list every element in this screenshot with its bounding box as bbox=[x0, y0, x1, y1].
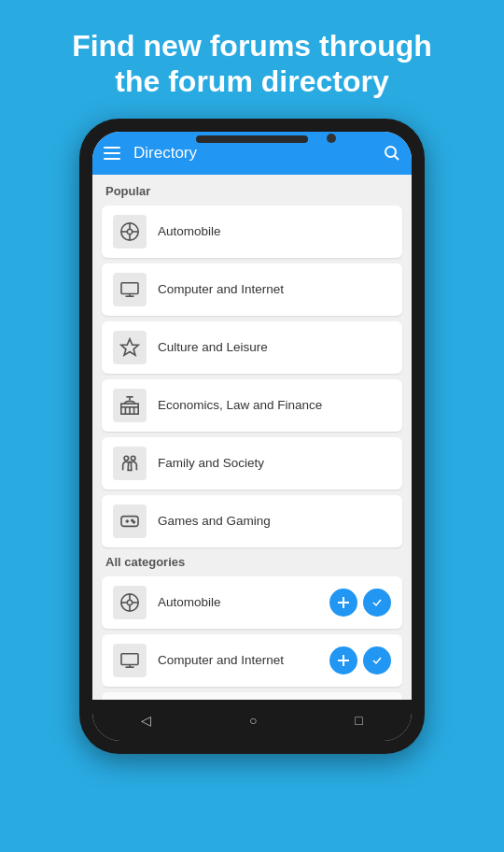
popular-family[interactable]: Family and Society bbox=[102, 437, 402, 490]
all-computer[interactable]: Computer and Internet bbox=[102, 634, 402, 687]
popular-computer[interactable]: Computer and Internet bbox=[102, 263, 402, 316]
automobile-action-2[interactable] bbox=[363, 589, 391, 617]
svg-rect-36 bbox=[338, 602, 349, 604]
svg-rect-1 bbox=[104, 152, 120, 154]
family-label: Family and Society bbox=[158, 456, 264, 470]
svg-rect-24 bbox=[121, 516, 138, 526]
popular-games[interactable]: Games and Gaming bbox=[102, 495, 402, 547]
back-button[interactable]: ◁ bbox=[122, 705, 170, 735]
all-categories-label: All categories bbox=[102, 555, 402, 569]
menu-icon[interactable] bbox=[104, 147, 120, 160]
svg-point-6 bbox=[127, 229, 133, 234]
search-icon[interactable] bbox=[384, 145, 400, 162]
phone-speaker bbox=[196, 135, 308, 143]
automobile-action-1[interactable] bbox=[329, 589, 357, 617]
all-computer-label: Computer and Internet bbox=[158, 653, 284, 667]
svg-rect-41 bbox=[338, 660, 349, 661]
games-label: Games and Gaming bbox=[158, 514, 271, 528]
popular-label: Popular bbox=[102, 184, 402, 198]
svg-rect-37 bbox=[121, 654, 138, 665]
computer-action-1[interactable] bbox=[329, 646, 357, 674]
headline-line1: Find new forums through bbox=[72, 29, 432, 63]
svg-line-4 bbox=[395, 155, 399, 160]
svg-rect-11 bbox=[121, 283, 138, 294]
all-automobile[interactable]: Automobile bbox=[102, 576, 402, 629]
svg-point-22 bbox=[124, 456, 129, 461]
svg-point-3 bbox=[385, 147, 396, 157]
economics-icon bbox=[113, 389, 147, 422]
svg-marker-14 bbox=[121, 339, 138, 355]
main-content: Popular Automobile bbox=[92, 175, 412, 700]
computer-label: Computer and Internet bbox=[158, 282, 284, 296]
automobile-icon bbox=[113, 215, 147, 248]
computer-icon bbox=[113, 273, 147, 306]
games-icon bbox=[113, 504, 147, 538]
computer-actions bbox=[329, 646, 391, 674]
home-button[interactable]: ○ bbox=[231, 705, 275, 735]
computer-action-2[interactable] bbox=[363, 646, 391, 674]
all-automobile-icon bbox=[113, 586, 147, 619]
popular-culture[interactable]: Culture and Leisure bbox=[102, 321, 402, 374]
headline: Find new forums through the forum direct… bbox=[0, 0, 504, 119]
svg-rect-2 bbox=[104, 158, 120, 160]
svg-point-30 bbox=[127, 600, 133, 605]
economics-label: Economics, Law and Finance bbox=[158, 398, 322, 412]
popular-automobile[interactable]: Automobile bbox=[102, 206, 402, 258]
square-button[interactable]: □ bbox=[336, 705, 381, 735]
culture-label: Culture and Leisure bbox=[158, 340, 268, 354]
bottom-nav: ◁ ○ □ bbox=[92, 700, 412, 741]
phone-screen: Directory Popular bbox=[92, 132, 412, 741]
all-computer-icon bbox=[113, 644, 147, 677]
phone-mockup: Directory Popular bbox=[0, 119, 504, 754]
automobile-actions bbox=[329, 589, 391, 617]
all-item-3[interactable] bbox=[102, 692, 402, 700]
svg-rect-0 bbox=[104, 147, 120, 149]
svg-point-23 bbox=[131, 456, 135, 461]
automobile-label: Automobile bbox=[158, 224, 221, 238]
culture-icon bbox=[113, 331, 147, 364]
svg-point-28 bbox=[133, 521, 135, 523]
phone-shell: Directory Popular bbox=[79, 119, 425, 754]
app-bar-title: Directory bbox=[133, 144, 384, 163]
phone-camera bbox=[327, 134, 336, 143]
headline-line2: the forum directory bbox=[115, 64, 388, 98]
all-automobile-label: Automobile bbox=[158, 595, 221, 609]
popular-economics[interactable]: Economics, Law and Finance bbox=[102, 379, 402, 432]
family-icon bbox=[113, 447, 147, 480]
